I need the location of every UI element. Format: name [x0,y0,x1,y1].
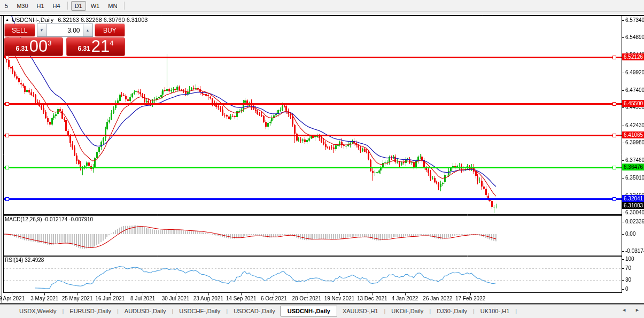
buy-button[interactable]: BUY [95,24,126,37]
tab-separator: | [473,308,475,314]
volume-decrease-button[interactable]: ▼ [37,24,47,36]
tab-scroll-left-icon[interactable]: ◄ [622,307,626,313]
buy-price-panel[interactable]: 6.31 21 4 [66,37,125,56]
price-axis-tick: 6.30040 [625,210,644,215]
tab-separator: | [384,308,386,314]
date-axis-label: 3 May 2021 [30,296,58,301]
price-axis-tick: 6.57340 [625,17,644,23]
date-axis-label: 13 Dec 2021 [357,296,387,301]
price-axis-tick: 6.35010 [625,175,644,181]
toolbar-separator [124,2,125,10]
collapse-panel-icon[interactable]: ▲ [5,18,9,21]
price-axis-tick: 6.42430 [625,122,644,128]
toolbar-separator [67,2,68,10]
price-axis-tick: 6.49920 [625,69,644,75]
date-axis-label: 14 Sep 2021 [226,296,257,301]
date-axis-label: 16 Jun 2021 [95,296,125,301]
date-axis-label: 26 Jan 2022 [423,296,452,301]
chevron-down-icon: ▼ [40,28,44,32]
tab-usdcnh-daily[interactable]: USDCNH-,Daily [281,306,337,316]
volume-input[interactable] [47,24,83,36]
buy-price-prefix: 6.31 [77,45,90,52]
tab-audusd-daily[interactable]: AUDUSD-,Daily [119,306,172,316]
volume-increase-button[interactable]: ▲ [83,24,92,36]
price-badge: 6.45500 [622,100,644,107]
tab-uk100-h1[interactable]: UK100-,H1 [475,306,515,316]
tab-separator: | [172,308,173,314]
chevron-up-icon: ▲ [86,28,90,32]
volume-control: ▼ ▲ [37,24,93,37]
tab-separator: | [429,308,431,314]
sell-price-main: 00 [29,38,48,55]
tab-separator: | [226,308,228,314]
timeframe-button-H4[interactable]: H4 [49,1,64,11]
macd-axis-tick: 0.00 [625,231,635,237]
tab-separator: | [515,308,517,314]
date-axis-label: 28 Oct 2021 [292,296,321,301]
tab-usdchf-daily[interactable]: USDCHF-,Daily [174,306,226,316]
buy-price-main: 21 [91,38,110,55]
sell-price-prefix: 6.31 [15,45,28,52]
chart-tab-bar: USDX,Weekly|EURUSD-,Daily|AUDUSD-,Daily|… [0,304,644,317]
tab-dj30-daily[interactable]: DJ30-,Daily [431,306,472,316]
tab-scroll-arrows: ◄ ► [622,307,640,313]
sell-price-pip: 3 [48,39,51,47]
price-badge: 6.52126 [622,53,644,60]
tab-usdcad-daily[interactable]: USDCAD-,Daily [228,306,281,316]
timeframe-button-D1[interactable]: D1 [71,1,86,11]
price-badge: 6.31003 [622,202,644,209]
date-axis-label: 6 Oct 2021 [261,296,287,301]
tab-separator: | [117,308,119,314]
macd-axis-tick: 0.023365 [625,219,644,224]
date-axis-label: 9 Apr 2021 [0,296,25,301]
timeframe-button-MN[interactable]: MN [104,1,121,11]
date-axis-label: 19 Nov 2021 [324,296,355,301]
rsi-indicator-label: RSI(14) 32.4928 [5,257,44,263]
date-axis-label: 23 Aug 2021 [193,296,223,301]
macd-indicator-label: MACD(12,26,9) -0.012174 -0.007910 [5,216,93,222]
sell-button[interactable]: SELL [4,24,35,37]
rsi-axis-tick: 30 [625,277,631,283]
tab-xauusd-h1[interactable]: XAUUSD-,H1 [337,306,384,316]
date-axis-label: 17 Feb 2022 [455,296,485,301]
macd-axis-tick: -0.03174 [625,248,644,254]
date-axis-label: 25 May 2021 [62,296,93,301]
date-axis-label: 8 Jul 2021 [130,296,155,301]
date-axis-label: 4 Jan 2022 [392,296,418,301]
buy-price-pip: 4 [110,39,113,47]
chart-ohlc-values: 6.32163 6.32268 6.30760 6.31003 [58,17,148,23]
mt4-terminal: { "toolbar": { "items": ["5", "M30", "H1… [0,0,644,318]
date-axis-label: 30 Jul 2021 [162,296,190,301]
tab-scroll-right-icon[interactable]: ► [635,307,640,313]
timeframe-button-5[interactable]: 5 [1,1,12,11]
chart-header: ▲USDCNH-,Daily6.32163 6.32268 6.30760 6.… [5,17,148,23]
price-badge: 6.36476 [622,164,644,170]
timeframe-button-M30[interactable]: M30 [13,1,32,11]
rsi-axis-tick: 100 [625,256,634,262]
tab-usdx-weekly[interactable]: USDX,Weekly [14,306,61,316]
tab-separator: | [62,308,64,314]
price-badge: 6.32041 [622,195,644,202]
price-axis-tick: 6.54890 [625,34,644,40]
rsi-axis-tick: 70 [625,265,631,271]
price-axis-tick: 6.37460 [625,157,644,163]
price-axis-tick: 6.47400 [625,87,644,93]
timeframe-toolbar: 5M30H1H4D1W1MN [0,0,644,12]
tab-ukoil-daily[interactable]: UKOil-,Daily [386,306,429,316]
timeframe-button-H1[interactable]: H1 [33,1,48,11]
sell-price-panel[interactable]: 6.31 00 3 [4,37,63,56]
tab-eurusd-daily[interactable]: EURUSD-,Daily [64,306,117,316]
one-click-trading-panel: SELL ▼ ▲ BUY 6.31 00 3 6.31 21 4 [4,24,125,56]
chart-symbol-label: USDCNH-,Daily [12,17,53,23]
rsi-axis-tick: 0 [625,286,629,292]
price-axis-tick: 6.39980 [625,139,644,145]
price-badge: 6.41065 [622,131,644,138]
timeframe-button-W1[interactable]: W1 [87,1,104,11]
